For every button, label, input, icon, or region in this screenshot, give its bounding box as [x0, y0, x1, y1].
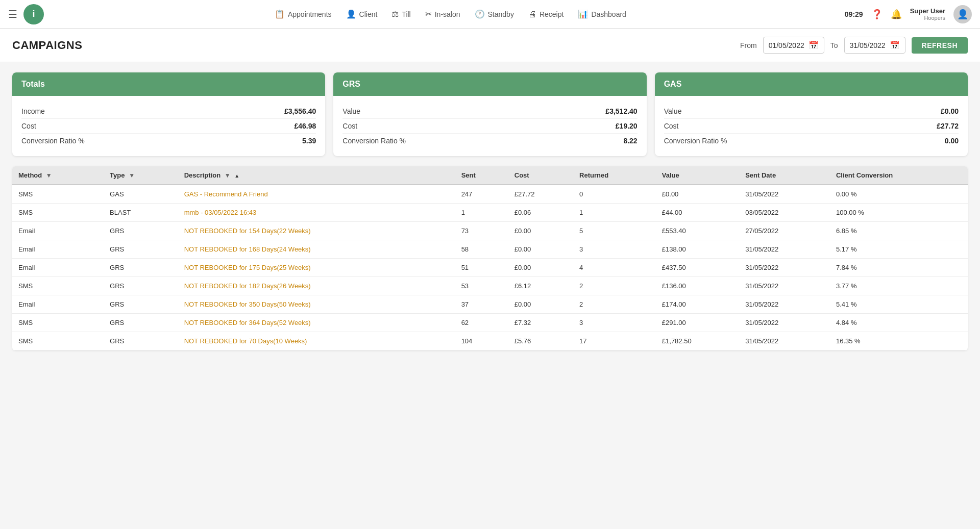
cell-description[interactable]: NOT REBOOKED for 364 Days(52 Weeks) [178, 314, 455, 332]
gas-cost-value: £27.72 [937, 122, 959, 130]
totals-conversion-value: 5.39 [302, 137, 316, 145]
table-row: Email GRS NOT REBOOKED for 350 Days(50 W… [12, 295, 968, 314]
user-name: Super User [910, 7, 945, 15]
totals-conversion-label: Conversion Ratio % [21, 137, 85, 145]
cell-type: GRS [104, 332, 178, 350]
cell-value: £437.50 [656, 259, 739, 277]
nav-standby[interactable]: 🕐 Standby [475, 9, 514, 19]
card-gas: GAS Value £0.00 Cost £27.72 Conversion R… [655, 72, 968, 156]
card-totals-body: Income £3,556.40 Cost £46.98 Conversion … [12, 96, 325, 156]
totals-income-value: £3,556.40 [284, 107, 316, 115]
cell-value: £0.00 [656, 185, 739, 204]
nav-appointments[interactable]: 📋 Appointments [275, 9, 332, 19]
cell-sent-date: 31/05/2022 [739, 332, 830, 350]
grs-cost-row: Cost £19.20 [342, 119, 637, 134]
page-header: CAMPAIGNS From 01/05/2022 📅 To 31/05/202… [0, 29, 980, 62]
cell-sent: 37 [455, 295, 508, 314]
cell-description[interactable]: NOT REBOOKED for 350 Days(50 Weeks) [178, 295, 455, 314]
totals-cost-value: £46.98 [295, 122, 316, 130]
card-totals: Totals Income £3,556.40 Cost £46.98 Conv… [12, 72, 325, 156]
col-cost: Cost [508, 166, 573, 185]
cell-sent: 62 [455, 314, 508, 332]
cell-client-conversion: 5.17 % [830, 240, 968, 259]
cell-returned: 4 [573, 259, 656, 277]
grs-conversion-value: 8.22 [623, 137, 637, 145]
method-filter-icon[interactable]: ▼ [46, 172, 52, 179]
col-type: Type ▼ [104, 166, 178, 185]
nav-dashboard[interactable]: 📊 Dashboard [578, 9, 626, 19]
nav-in-salon[interactable]: ✂ In-salon [425, 9, 460, 19]
current-time: 09:29 [845, 10, 863, 18]
cell-method: SMS [12, 332, 104, 350]
top-navigation: ☰ i 📋 Appointments 👤 Client ⚖ Till ✂ In-… [0, 0, 980, 29]
dashboard-icon: 📊 [578, 9, 588, 19]
user-info: Super User Hoopers [910, 7, 945, 21]
hamburger-menu[interactable]: ☰ [8, 8, 17, 20]
refresh-button[interactable]: REFRESH [912, 37, 968, 54]
campaigns-table-section: Method ▼ Type ▼ Description ▼ ▲ Sent Cos… [0, 166, 980, 363]
cell-type: GRS [104, 259, 178, 277]
cell-description[interactable]: NOT REBOOKED for 175 Days(25 Weeks) [178, 259, 455, 277]
cell-value: £291.00 [656, 314, 739, 332]
user-avatar[interactable]: 👤 [953, 5, 972, 23]
in-salon-icon: ✂ [425, 9, 432, 19]
nav-dashboard-label: Dashboard [591, 10, 626, 18]
cell-type: GRS [104, 240, 178, 259]
description-filter-icon[interactable]: ▼ [225, 172, 231, 179]
to-calendar-icon: 📅 [890, 40, 900, 50]
nav-client[interactable]: 👤 Client [346, 9, 378, 19]
grs-conversion-row: Conversion Ratio % 8.22 [342, 134, 637, 148]
cell-client-conversion: 4.84 % [830, 314, 968, 332]
to-date-value: 31/05/2022 [850, 41, 886, 49]
card-totals-header: Totals [12, 72, 325, 96]
col-method-label: Method [18, 171, 42, 179]
cell-method: Email [12, 240, 104, 259]
description-sort-icon[interactable]: ▲ [234, 173, 239, 179]
from-label: From [740, 41, 757, 49]
cell-returned: 17 [573, 332, 656, 350]
cell-cost: £27.72 [508, 185, 573, 204]
col-method: Method ▼ [12, 166, 104, 185]
cell-cost: £0.00 [508, 222, 573, 240]
cell-sent-date: 31/05/2022 [739, 259, 830, 277]
cell-sent: 1 [455, 204, 508, 222]
cell-description[interactable]: NOT REBOOKED for 182 Days(26 Weeks) [178, 277, 455, 295]
cell-returned: 5 [573, 222, 656, 240]
table-row: Email GRS NOT REBOOKED for 175 Days(25 W… [12, 259, 968, 277]
cell-client-conversion: 6.85 % [830, 222, 968, 240]
type-filter-icon[interactable]: ▼ [129, 172, 135, 179]
nav-standby-label: Standby [488, 10, 514, 18]
table-row: SMS BLAST mmb - 03/05/2022 16:43 1 £0.06… [12, 204, 968, 222]
cell-description[interactable]: GAS - Recommend A Friend [178, 185, 455, 204]
help-icon[interactable]: ❓ [871, 9, 883, 20]
from-calendar-icon: 📅 [808, 40, 819, 50]
cell-value: £136.00 [656, 277, 739, 295]
nav-in-salon-label: In-salon [435, 10, 460, 18]
card-grs-body: Value £3,512.40 Cost £19.20 Conversion R… [333, 96, 646, 156]
cell-type: GAS [104, 185, 178, 204]
cell-sent-date: 31/05/2022 [739, 185, 830, 204]
nav-receipt[interactable]: 🖨 Receipt [528, 9, 564, 19]
cell-description[interactable]: NOT REBOOKED for 70 Days(10 Weeks) [178, 332, 455, 350]
cell-description[interactable]: mmb - 03/05/2022 16:43 [178, 204, 455, 222]
card-grs-header: GRS [333, 72, 646, 96]
cell-description[interactable]: NOT REBOOKED for 168 Days(24 Weeks) [178, 240, 455, 259]
till-icon: ⚖ [391, 9, 399, 19]
from-date-input[interactable]: 01/05/2022 📅 [763, 37, 824, 54]
col-type-label: Type [110, 171, 125, 179]
cell-method: SMS [12, 185, 104, 204]
cell-type: GRS [104, 295, 178, 314]
app-logo: i [23, 4, 44, 24]
page-title: CAMPAIGNS [12, 39, 82, 52]
col-description: Description ▼ ▲ [178, 166, 455, 185]
cell-client-conversion: 5.41 % [830, 295, 968, 314]
to-date-input[interactable]: 31/05/2022 📅 [844, 37, 905, 54]
cell-description[interactable]: NOT REBOOKED for 154 Days(22 Weeks) [178, 222, 455, 240]
receipt-icon: 🖨 [528, 10, 536, 19]
cell-cost: £7.32 [508, 314, 573, 332]
nav-till[interactable]: ⚖ Till [391, 9, 410, 19]
gas-conversion-label: Conversion Ratio % [664, 137, 727, 145]
notifications-icon[interactable]: 🔔 [891, 9, 902, 20]
col-description-label: Description [184, 171, 221, 179]
date-controls: From 01/05/2022 📅 To 31/05/2022 📅 REFRES… [740, 37, 968, 54]
